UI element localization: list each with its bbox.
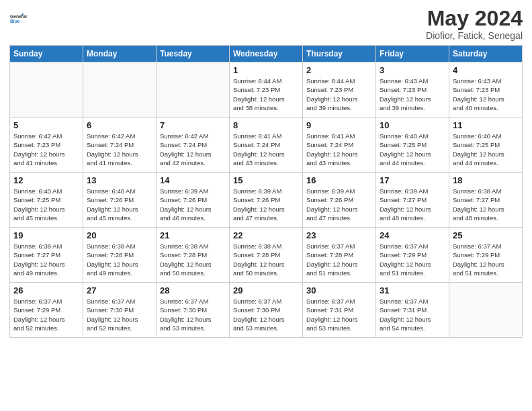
day-number: 27 [87,285,152,295]
col-thursday: Thursday [303,46,376,62]
calendar-cell [83,62,157,118]
calendar-cell [10,62,83,118]
calendar-week-1: 1Sunrise: 6:44 AMSunset: 7:23 PMDaylight… [10,62,523,118]
day-info: Sunrise: 6:38 AMSunset: 7:28 PMDaylight:… [87,242,152,277]
day-number: 23 [306,230,372,240]
calendar-cell: 2Sunrise: 6:44 AMSunset: 7:23 PMDaylight… [303,62,376,118]
day-number: 4 [453,65,519,75]
logo-icon: General Blue [9,7,34,31]
day-number: 31 [380,285,445,295]
day-info: Sunrise: 6:42 AMSunset: 7:24 PMDaylight:… [160,132,226,167]
calendar-week-4: 19Sunrise: 6:38 AMSunset: 7:27 PMDayligh… [10,228,523,283]
day-number: 3 [380,65,445,75]
calendar-cell: 7Sunrise: 6:42 AMSunset: 7:24 PMDaylight… [157,118,230,173]
header-row: Sunday Monday Tuesday Wednesday Thursday… [10,46,523,62]
calendar-cell: 30Sunrise: 6:37 AMSunset: 7:31 PMDayligh… [303,283,376,338]
calendar-cell: 15Sunrise: 6:39 AMSunset: 7:26 PMDayligh… [230,173,303,228]
day-info: Sunrise: 6:43 AMSunset: 7:23 PMDaylight:… [453,77,519,112]
calendar-cell: 22Sunrise: 6:38 AMSunset: 7:28 PMDayligh… [230,228,303,283]
calendar-cell: 3Sunrise: 6:43 AMSunset: 7:23 PMDaylight… [376,62,449,118]
calendar-cell: 13Sunrise: 6:40 AMSunset: 7:26 PMDayligh… [83,173,157,228]
day-info: Sunrise: 6:37 AMSunset: 7:29 PMDaylight:… [453,242,519,277]
day-info: Sunrise: 6:40 AMSunset: 7:25 PMDaylight:… [380,132,445,167]
day-info: Sunrise: 6:37 AMSunset: 7:29 PMDaylight:… [13,297,79,332]
day-info: Sunrise: 6:40 AMSunset: 7:25 PMDaylight:… [453,132,519,167]
day-number: 13 [87,175,152,185]
calendar-cell: 18Sunrise: 6:38 AMSunset: 7:27 PMDayligh… [449,173,523,228]
calendar-cell: 29Sunrise: 6:37 AMSunset: 7:30 PMDayligh… [230,283,303,338]
day-number: 28 [160,285,226,295]
col-friday: Friday [376,46,449,62]
day-info: Sunrise: 6:39 AMSunset: 7:26 PMDaylight:… [306,187,372,222]
day-number: 5 [13,120,79,130]
calendar-cell: 5Sunrise: 6:42 AMSunset: 7:23 PMDaylight… [10,118,83,173]
calendar-week-2: 5Sunrise: 6:42 AMSunset: 7:23 PMDaylight… [10,118,523,173]
day-number: 25 [453,230,519,240]
day-number: 10 [380,120,445,130]
calendar-cell: 20Sunrise: 6:38 AMSunset: 7:28 PMDayligh… [83,228,157,283]
day-number: 24 [380,230,445,240]
day-number: 26 [13,285,79,295]
day-number: 22 [233,230,299,240]
day-number: 2 [306,65,372,75]
day-number: 17 [380,175,445,185]
day-number: 12 [13,175,79,185]
day-info: Sunrise: 6:37 AMSunset: 7:28 PMDaylight:… [306,242,372,277]
day-number: 1 [233,65,299,75]
day-number: 14 [160,175,226,185]
day-info: Sunrise: 6:38 AMSunset: 7:27 PMDaylight:… [13,242,79,277]
day-number: 8 [233,120,299,130]
title-block: May 2024 Diofior, Fatick, Senegal [426,7,523,41]
calendar-week-5: 26Sunrise: 6:37 AMSunset: 7:29 PMDayligh… [10,283,523,338]
day-info: Sunrise: 6:37 AMSunset: 7:31 PMDaylight:… [306,297,372,332]
day-info: Sunrise: 6:37 AMSunset: 7:31 PMDaylight:… [380,297,445,332]
calendar-cell [157,62,230,118]
calendar-cell: 23Sunrise: 6:37 AMSunset: 7:28 PMDayligh… [303,228,376,283]
day-info: Sunrise: 6:39 AMSunset: 7:26 PMDaylight:… [233,187,299,222]
day-number: 7 [160,120,226,130]
calendar-cell: 8Sunrise: 6:41 AMSunset: 7:24 PMDaylight… [230,118,303,173]
day-info: Sunrise: 6:41 AMSunset: 7:24 PMDaylight:… [306,132,372,167]
calendar-week-3: 12Sunrise: 6:40 AMSunset: 7:25 PMDayligh… [10,173,523,228]
day-number: 30 [306,285,372,295]
calendar-cell: 24Sunrise: 6:37 AMSunset: 7:29 PMDayligh… [376,228,449,283]
day-info: Sunrise: 6:38 AMSunset: 7:28 PMDaylight:… [233,242,299,277]
logo: General Blue [9,7,34,31]
day-info: Sunrise: 6:37 AMSunset: 7:30 PMDaylight:… [160,297,226,332]
calendar-cell [449,283,523,338]
calendar-cell: 12Sunrise: 6:40 AMSunset: 7:25 PMDayligh… [10,173,83,228]
calendar-cell: 26Sunrise: 6:37 AMSunset: 7:29 PMDayligh… [10,283,83,338]
day-info: Sunrise: 6:37 AMSunset: 7:29 PMDaylight:… [380,242,445,277]
day-number: 16 [306,175,372,185]
calendar-cell: 9Sunrise: 6:41 AMSunset: 7:24 PMDaylight… [303,118,376,173]
day-number: 29 [233,285,299,295]
calendar-table: Sunday Monday Tuesday Wednesday Thursday… [9,45,523,338]
day-info: Sunrise: 6:43 AMSunset: 7:23 PMDaylight:… [380,77,445,112]
col-tuesday: Tuesday [157,46,230,62]
day-info: Sunrise: 6:40 AMSunset: 7:26 PMDaylight:… [87,187,152,222]
day-info: Sunrise: 6:40 AMSunset: 7:25 PMDaylight:… [13,187,79,222]
day-number: 9 [306,120,372,130]
day-info: Sunrise: 6:39 AMSunset: 7:27 PMDaylight:… [380,187,445,222]
calendar-cell: 28Sunrise: 6:37 AMSunset: 7:30 PMDayligh… [157,283,230,338]
calendar-cell: 11Sunrise: 6:40 AMSunset: 7:25 PMDayligh… [449,118,523,173]
day-number: 11 [453,120,519,130]
day-info: Sunrise: 6:44 AMSunset: 7:23 PMDaylight:… [306,77,372,112]
calendar-cell: 25Sunrise: 6:37 AMSunset: 7:29 PMDayligh… [449,228,523,283]
day-info: Sunrise: 6:38 AMSunset: 7:27 PMDaylight:… [453,187,519,222]
col-sunday: Sunday [10,46,83,62]
calendar-cell: 21Sunrise: 6:38 AMSunset: 7:28 PMDayligh… [157,228,230,283]
calendar-cell: 10Sunrise: 6:40 AMSunset: 7:25 PMDayligh… [376,118,449,173]
day-info: Sunrise: 6:44 AMSunset: 7:23 PMDaylight:… [233,77,299,112]
day-info: Sunrise: 6:42 AMSunset: 7:24 PMDaylight:… [87,132,152,167]
day-number: 6 [87,120,152,130]
day-info: Sunrise: 6:42 AMSunset: 7:23 PMDaylight:… [13,132,79,167]
calendar-cell: 4Sunrise: 6:43 AMSunset: 7:23 PMDaylight… [449,62,523,118]
col-saturday: Saturday [449,46,523,62]
day-number: 21 [160,230,226,240]
day-info: Sunrise: 6:37 AMSunset: 7:30 PMDaylight:… [233,297,299,332]
day-info: Sunrise: 6:38 AMSunset: 7:28 PMDaylight:… [160,242,226,277]
col-monday: Monday [83,46,157,62]
calendar-cell: 17Sunrise: 6:39 AMSunset: 7:27 PMDayligh… [376,173,449,228]
day-number: 15 [233,175,299,185]
